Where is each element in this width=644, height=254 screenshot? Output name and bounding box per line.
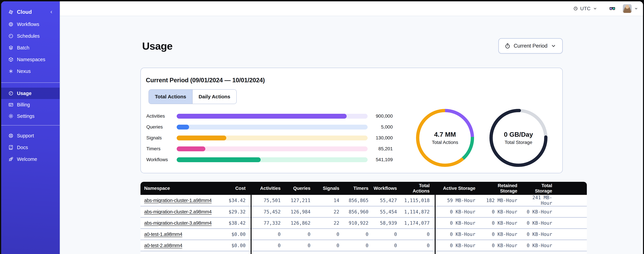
bar-track bbox=[177, 136, 368, 140]
value-cell: 0 KB-Hour bbox=[526, 218, 557, 229]
sidebar-item-usage[interactable]: Usage bbox=[1, 88, 60, 99]
value-cell: 0 bbox=[316, 240, 344, 251]
usage-bar-row-queries: Queries5,000 bbox=[146, 125, 393, 130]
bar-fill bbox=[177, 136, 226, 140]
value-cell: $0.00 bbox=[219, 229, 251, 240]
period-selector-button[interactable]: Current Period bbox=[498, 38, 563, 54]
value-cell: 0 bbox=[344, 251, 374, 254]
value-cell: 1 bbox=[374, 251, 402, 254]
value-cell: 59 MB-Hour bbox=[435, 195, 480, 206]
namespace-cell: a0-test-1.a98mm4 bbox=[140, 229, 219, 240]
sidebar: Cloud Workflows bbox=[1, 1, 60, 254]
value-cell: 1,114,872 bbox=[402, 206, 435, 218]
value-cell: 55,427 bbox=[374, 195, 402, 206]
value-cell: 0 KB-Hour bbox=[435, 206, 480, 218]
value-cell: 0 KB-Hour bbox=[435, 251, 480, 254]
actions-tabs: Total ActionsDaily Actions bbox=[148, 89, 237, 104]
sidebar-item-settings[interactable]: Settings bbox=[1, 110, 60, 122]
account-menu[interactable] bbox=[623, 4, 638, 13]
tab-total-actions[interactable]: Total Actions bbox=[149, 90, 192, 104]
namespace-row-a0-test-2-a98mm4: a0-test-2.a98mm4$0.000000000 KB-Hour0 KB… bbox=[140, 240, 587, 251]
value-cell: 0 bbox=[402, 240, 435, 251]
namespace-link[interactable]: abs-migration-cluster-1.a98mm4 bbox=[144, 198, 212, 203]
tab-daily-actions[interactable]: Daily Actions bbox=[192, 90, 236, 104]
workflows-icon bbox=[8, 22, 14, 27]
donut-total-actions: 4.7 MMTotal Actions bbox=[416, 108, 474, 168]
namespace-cell: abs-migration-cluster-1.a98mm4 bbox=[140, 195, 219, 206]
column-header-retained-storage[interactable]: Retained Storage bbox=[480, 182, 526, 195]
filler-cell bbox=[557, 229, 587, 240]
value-cell: 77,332 bbox=[251, 218, 286, 229]
page-header: Usage Current Period bbox=[140, 38, 563, 54]
bar-track bbox=[177, 114, 368, 118]
support-lifebuoy-icon bbox=[8, 133, 14, 138]
value-cell: $0.00 bbox=[219, 251, 251, 254]
sidebar-item-welcome[interactable]: Welcome bbox=[1, 153, 60, 165]
brand-label: Cloud bbox=[17, 9, 46, 15]
sidebar-item-workflows[interactable]: Workflows bbox=[1, 18, 60, 30]
sidebar-brand[interactable]: Cloud bbox=[1, 6, 60, 18]
value-cell: 856,865 bbox=[344, 195, 374, 206]
value-cell: 0 bbox=[344, 240, 374, 251]
value-cell: 55,454 bbox=[374, 206, 402, 218]
bar-label: Activities bbox=[146, 114, 177, 119]
column-header-active-storage[interactable]: Active Storage bbox=[435, 182, 480, 195]
value-cell: 0 KB-Hour bbox=[435, 218, 480, 229]
stopwatch-icon bbox=[504, 43, 510, 49]
bar-track bbox=[177, 125, 368, 130]
column-header-timers[interactable]: Timers bbox=[344, 182, 374, 195]
column-header-workflows[interactable]: Workflows bbox=[374, 182, 402, 195]
namespace-link[interactable]: abs-migration-cluster-2.a98mm4 bbox=[144, 209, 212, 214]
bar-track bbox=[177, 146, 368, 151]
sidebar-item-billing[interactable]: Billing bbox=[1, 99, 60, 110]
card-title: Current Period (09/01/2024 — 10/01/2024) bbox=[146, 77, 562, 84]
value-cell: 0 KB-Hour bbox=[480, 251, 526, 254]
column-header-signals[interactable]: Signals bbox=[316, 182, 344, 195]
nexus-asterisk-icon bbox=[8, 68, 14, 74]
appearance-glasses-button[interactable] bbox=[609, 5, 616, 12]
summary-donuts: 4.7 MMTotal Actions0 GB/DayTotal Storage bbox=[416, 108, 548, 168]
value-cell: 22 bbox=[316, 206, 344, 218]
value-cell: 75,452 bbox=[251, 206, 286, 218]
value-cell: 0 bbox=[251, 251, 286, 254]
bar-label: Signals bbox=[146, 135, 177, 140]
value-cell: 0 bbox=[316, 229, 344, 240]
column-header-total-actions[interactable]: Total Actions bbox=[402, 182, 435, 195]
value-cell: 241 MB-Hour bbox=[526, 195, 557, 206]
sidebar-item-support[interactable]: Support bbox=[1, 130, 60, 142]
app-window: Cloud Workflows bbox=[1, 1, 643, 254]
bar-label: Timers bbox=[146, 146, 177, 152]
sidebar-item-schedules[interactable]: Schedules bbox=[1, 30, 60, 42]
namespace-link[interactable]: a0-test-2.a98mm4 bbox=[144, 243, 182, 248]
column-header-total-storage[interactable]: Total Storage bbox=[526, 182, 557, 195]
column-header-namespace[interactable]: Namespace bbox=[140, 182, 219, 195]
sidebar-nav-main: Workflows Schedules bbox=[1, 18, 60, 77]
sidebar-collapse-icon[interactable] bbox=[49, 10, 54, 14]
topbar: UTC bbox=[60, 1, 643, 16]
sidebar-item-nexus[interactable]: Nexus bbox=[1, 65, 60, 77]
donut-caption: Total Actions bbox=[432, 140, 458, 145]
timezone-selector[interactable]: UTC bbox=[572, 6, 598, 12]
sidebar-item-docs[interactable]: Docs bbox=[1, 142, 60, 153]
current-period-card: Current Period (09/01/2024 — 10/01/2024)… bbox=[140, 68, 563, 173]
namespace-usage-table: NamespaceCostActivitiesQueriesSignalsTim… bbox=[140, 182, 587, 254]
namespace-link[interactable]: a0-test-1.a98mm4 bbox=[144, 232, 182, 237]
sidebar-item-label: Billing bbox=[17, 102, 30, 108]
value-cell: 856,960 bbox=[344, 206, 374, 218]
donut-center: 0 GB/DayTotal Storage bbox=[489, 108, 548, 168]
column-header-cost[interactable]: Cost bbox=[219, 182, 251, 195]
column-header-activities[interactable]: Activities bbox=[251, 182, 286, 195]
value-cell: 0 KB-Hour bbox=[526, 240, 557, 251]
sidebar-item-label: Namespaces bbox=[17, 57, 45, 62]
value-cell: 0 bbox=[344, 229, 374, 240]
sidebar-item-namespaces[interactable]: Namespaces bbox=[1, 54, 60, 65]
sidebar-item-batch[interactable]: Batch bbox=[1, 42, 60, 54]
column-header-queries[interactable]: Queries bbox=[286, 182, 316, 195]
namespace-cell: abs-migration-cluster-2.a98mm4 bbox=[140, 206, 219, 218]
bar-fill bbox=[177, 114, 347, 118]
namespace-link[interactable]: abs-migration-cluster-3.a98mm4 bbox=[144, 220, 212, 226]
filler-cell bbox=[557, 251, 587, 254]
value-cell: 0 bbox=[402, 229, 435, 240]
value-cell: 126,862 bbox=[286, 218, 316, 229]
filler-cell bbox=[557, 240, 587, 251]
